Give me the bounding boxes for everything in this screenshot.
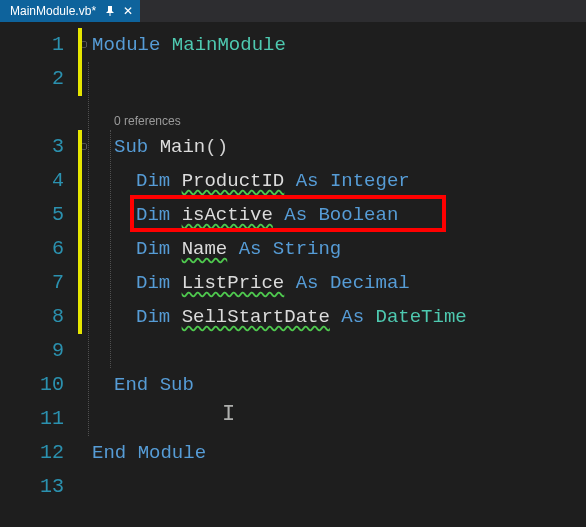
code-line[interactable] [78, 334, 586, 368]
type-name: Decimal [330, 272, 410, 294]
pin-icon[interactable] [104, 5, 116, 17]
keyword: Module [92, 34, 160, 56]
keyword: End [92, 442, 126, 464]
code-text-area[interactable]: Module MainModule 0 references Sub Main(… [78, 22, 586, 527]
type-name: Boolean [318, 204, 398, 226]
line-number: 12 [0, 436, 78, 470]
line-number: 2 [0, 62, 78, 96]
punctuation: ) [217, 136, 228, 158]
tab-bar: MainModule.vb* ✕ [0, 0, 586, 22]
keyword: Module [138, 442, 206, 464]
line-number: 9 [0, 334, 78, 368]
keyword: As [296, 272, 319, 294]
identifier: SellStartDate [182, 306, 330, 328]
keyword: As [284, 204, 307, 226]
code-line[interactable]: Dim ListPrice As Decimal [78, 266, 586, 300]
punctuation: ( [205, 136, 216, 158]
tab-title: MainModule.vb* [10, 4, 96, 18]
type-name: DateTime [375, 306, 466, 328]
line-number: 4 [0, 164, 78, 198]
line-number-gutter: 1▢ 2 3▢ 4 5 6 7 8 9 10 11 12 13 [0, 22, 78, 527]
code-line[interactable]: Dim Name As String [78, 232, 586, 266]
code-line[interactable]: Dim SellStartDate As DateTime [78, 300, 586, 334]
identifier: Main [160, 136, 206, 158]
type-name: MainModule [172, 34, 286, 56]
keyword: As [296, 170, 319, 192]
code-line[interactable]: Module MainModule [78, 28, 586, 62]
type-name: Integer [330, 170, 410, 192]
keyword: Dim [136, 306, 170, 328]
identifier: Name [182, 238, 228, 260]
code-editor[interactable]: 1▢ 2 3▢ 4 5 6 7 8 9 10 11 12 13 Module M… [0, 22, 586, 527]
code-line[interactable]: Dim isActive As Boolean [78, 198, 586, 232]
code-line[interactable] [78, 62, 586, 96]
keyword: As [341, 306, 364, 328]
identifier: isActive [182, 204, 273, 226]
code-line[interactable] [78, 470, 586, 504]
code-line[interactable]: End Module [78, 436, 586, 470]
keyword: Sub [160, 374, 194, 396]
type-name: String [273, 238, 341, 260]
close-icon[interactable]: ✕ [122, 5, 134, 17]
line-number: 8 [0, 300, 78, 334]
keyword: Dim [136, 238, 170, 260]
keyword: Sub [114, 136, 148, 158]
keyword: Dim [136, 204, 170, 226]
line-number: 1▢ [0, 28, 78, 62]
line-number: 11 [0, 402, 78, 436]
codelens-text: 0 references [114, 114, 181, 128]
code-line[interactable]: Sub Main() [78, 130, 586, 164]
codelens[interactable]: 0 references [78, 96, 586, 130]
code-line[interactable]: End Sub [78, 368, 586, 402]
keyword: End [114, 374, 148, 396]
codelens-spacer [0, 96, 78, 130]
tab-actions: ✕ [104, 5, 134, 17]
identifier: ListPrice [182, 272, 285, 294]
keyword: As [239, 238, 262, 260]
code-line[interactable] [78, 402, 586, 436]
line-number: 13 [0, 470, 78, 504]
line-number: 10 [0, 368, 78, 402]
active-file-tab[interactable]: MainModule.vb* ✕ [0, 0, 140, 22]
line-number: 7 [0, 266, 78, 300]
line-number: 6 [0, 232, 78, 266]
code-line[interactable]: Dim ProductID As Integer [78, 164, 586, 198]
line-number: 5 [0, 198, 78, 232]
line-number: 3▢ [0, 130, 78, 164]
keyword: Dim [136, 170, 170, 192]
identifier: ProductID [182, 170, 285, 192]
text-cursor-icon: I [222, 404, 223, 426]
keyword: Dim [136, 272, 170, 294]
